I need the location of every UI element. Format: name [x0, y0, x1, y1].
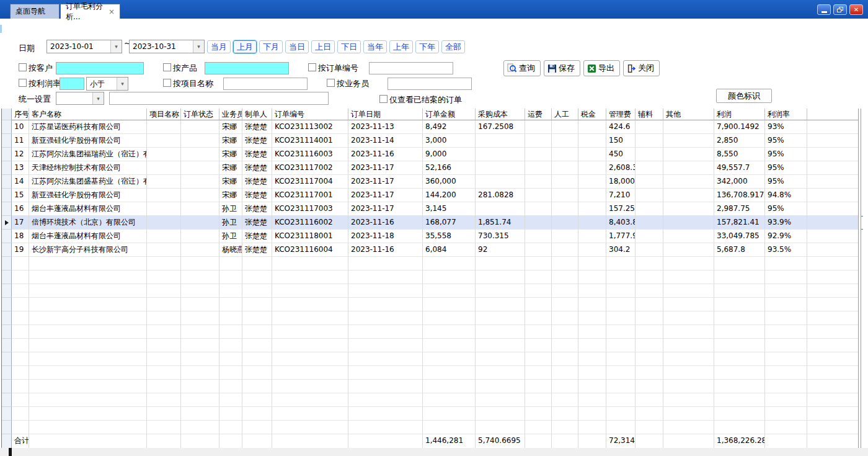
cell-status[interactable] [181, 243, 219, 257]
table-row[interactable]: 18烟台丰蓬液晶材料有限公司孙卫张楚楚KCO2311180012023-11-1… [2, 230, 863, 243]
cell-seq[interactable]: 19 [12, 243, 29, 257]
order-no-input[interactable] [369, 62, 453, 74]
by-salesman-checkbox[interactable] [327, 79, 335, 87]
profit-rate-operator-combobox[interactable]: 小于 ▾ [86, 77, 128, 91]
cell-project[interactable] [147, 243, 181, 257]
column-header-mgmt_fee[interactable]: 管理费 [606, 109, 636, 120]
cell-amount[interactable]: 6,084 [423, 243, 476, 257]
cell-order_date[interactable]: 2023-11-16 [348, 243, 423, 257]
cell-salesman[interactable]: 孙卫 [219, 202, 242, 216]
cell-project[interactable] [147, 120, 181, 134]
cell-status[interactable] [181, 189, 219, 202]
cell-profit[interactable]: 2,850 [714, 134, 765, 148]
cell-project[interactable] [147, 216, 181, 230]
quick-date-button[interactable]: 下日 [337, 40, 361, 53]
cell-order_no[interactable]: KCO231117002 [272, 161, 348, 175]
cell-tax[interactable] [578, 120, 606, 134]
table-row[interactable]: 17倍博环境技术（北京）有限公司孙卫张楚楚KCO2311160022023-11… [2, 216, 863, 230]
column-header-order_no[interactable]: 订单编号 [272, 109, 348, 120]
cell-seq[interactable]: 12 [12, 148, 29, 161]
cell-order_date[interactable]: 2023-11-17 [348, 202, 423, 216]
cell-amount[interactable]: 144,200 [423, 189, 476, 202]
export-button[interactable]: 导出 [583, 60, 620, 76]
dropdown-arrow-icon[interactable]: ▾ [117, 78, 128, 90]
cell-cost[interactable]: 281.0828 [476, 189, 525, 202]
column-header-aux[interactable]: 辅料 [636, 109, 663, 120]
customer-input[interactable] [56, 62, 144, 74]
tab-order-profit-analysis[interactable]: 订单毛利分析... × [60, 4, 120, 19]
only-closed-checkbox[interactable] [379, 95, 388, 103]
cell-amount[interactable]: 3,000 [423, 134, 476, 148]
cell-salesman[interactable]: 杨晓燕 [219, 243, 242, 257]
cell-amount[interactable]: 52,166 [423, 161, 476, 175]
cell-freight[interactable] [525, 175, 552, 189]
unified-setting-input[interactable] [109, 92, 329, 105]
cell-customer[interactable]: 倍博环境技术（北京）有限公司 [29, 216, 147, 230]
cell-aux[interactable] [636, 161, 663, 175]
cell-order_date[interactable]: 2023-11-13 [348, 120, 423, 134]
cell-status[interactable] [181, 134, 219, 148]
cell-mgmt_fee[interactable]: 8,403.85 [606, 216, 636, 230]
cell-other[interactable] [663, 243, 714, 257]
column-header-labor[interactable]: 人工 [552, 109, 578, 120]
cell-mgmt_fee[interactable]: 7,210 [606, 189, 636, 202]
cell-tax[interactable] [578, 189, 606, 202]
cell-aux[interactable] [636, 230, 663, 243]
profit-rate-input[interactable] [60, 78, 84, 90]
cell-tax[interactable] [578, 161, 606, 175]
cell-customer[interactable]: 新亚强硅化学股份有限公司 [29, 134, 147, 148]
by-order-no-checkbox[interactable] [308, 63, 316, 71]
cell-salesman[interactable]: 宋娜 [219, 134, 242, 148]
cell-tax[interactable] [578, 216, 606, 230]
cell-tax[interactable] [578, 230, 606, 243]
cell-customer[interactable]: 烟台丰蓬液晶材料有限公司 [29, 202, 147, 216]
quick-date-button[interactable]: 下月 [259, 40, 283, 53]
column-header-profit[interactable]: 利润 [714, 109, 765, 120]
cell-labor[interactable] [552, 189, 578, 202]
cell-labor[interactable] [552, 161, 578, 175]
cell-salesman[interactable]: 孙卫 [219, 216, 242, 230]
cell-mgmt_fee[interactable]: 18,000 [606, 175, 636, 189]
cell-profit_rate[interactable]: 95% [765, 202, 807, 216]
cell-amount[interactable]: 8,492 [423, 120, 476, 134]
quick-date-button[interactable]: 下年 [415, 40, 439, 53]
cell-salesman[interactable]: 宋娜 [219, 161, 242, 175]
minimize-button[interactable] [817, 4, 831, 15]
salesman-input[interactable] [388, 78, 472, 90]
cell-cost[interactable] [476, 202, 525, 216]
row-selector[interactable] [2, 134, 12, 148]
cell-creator[interactable]: 张楚楚 [242, 161, 272, 175]
vertical-scrollbar[interactable] [858, 109, 861, 448]
cell-status[interactable] [181, 230, 219, 243]
cell-cost[interactable] [476, 148, 525, 161]
column-header-project[interactable]: 项目名称 [147, 109, 181, 120]
cell-seq[interactable]: 14 [12, 175, 29, 189]
quick-date-button[interactable]: 上年 [389, 40, 413, 53]
cell-status[interactable] [181, 202, 219, 216]
cell-order_no[interactable]: KCO231118001 [272, 230, 348, 243]
cell-mgmt_fee[interactable]: 157.25 [606, 202, 636, 216]
cell-aux[interactable] [636, 120, 663, 134]
cell-profit[interactable]: 33,049.785 [714, 230, 765, 243]
cell-order_no[interactable]: KCO231113002 [272, 120, 348, 134]
cell-seq[interactable]: 16 [12, 202, 29, 216]
query-button[interactable]: 查询 [503, 60, 541, 76]
cell-order_no[interactable]: KCO231116003 [272, 148, 348, 161]
project-input[interactable] [223, 78, 308, 90]
cell-mgmt_fee[interactable]: 450 [606, 148, 636, 161]
cell-salesman[interactable]: 宋娜 [219, 148, 242, 161]
table-row[interactable]: 12江苏阿尔法集团福瑞药业（宿迁）有限公司宋娜张楚楚KCO23111600320… [2, 148, 863, 161]
cell-amount[interactable]: 3,145 [423, 202, 476, 216]
cell-other[interactable] [663, 202, 714, 216]
column-header-customer[interactable]: 客户名称 [29, 109, 147, 120]
product-input[interactable] [205, 62, 289, 74]
cell-mgmt_fee[interactable]: 1,777.9 [606, 230, 636, 243]
cell-profit[interactable]: 49,557.7 [714, 161, 765, 175]
cell-order_date[interactable]: 2023-11-17 [348, 161, 423, 175]
cell-amount[interactable]: 168,077 [423, 216, 476, 230]
cell-project[interactable] [147, 202, 181, 216]
cell-tax[interactable] [578, 134, 606, 148]
cell-aux[interactable] [636, 134, 663, 148]
cell-creator[interactable]: 张楚楚 [242, 230, 272, 243]
cell-labor[interactable] [552, 148, 578, 161]
